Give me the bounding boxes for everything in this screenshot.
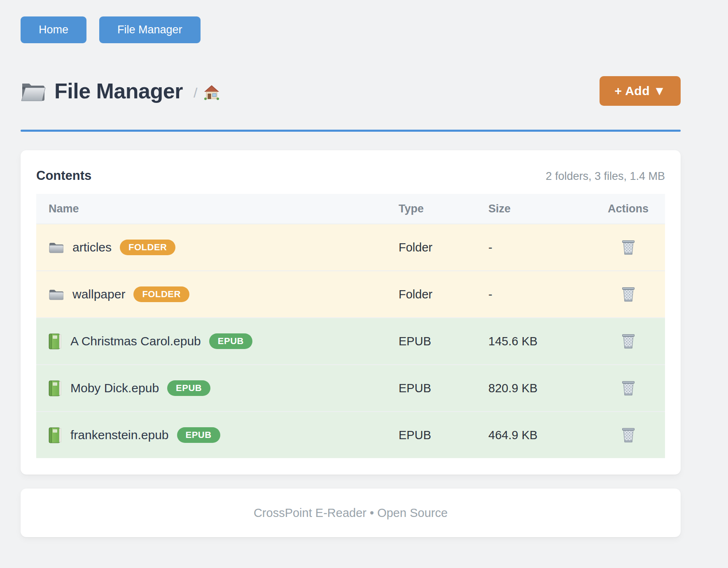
type-cell: EPUB: [399, 428, 488, 442]
contents-summary: 2 folders, 3 files, 1.4 MB: [546, 170, 665, 183]
header-divider: [21, 130, 681, 132]
trash-icon: [621, 333, 636, 350]
book-icon: [49, 333, 61, 349]
top-nav: Home File Manager: [21, 16, 681, 43]
page-header: File Manager / + Add ▼: [21, 76, 681, 106]
row-badge: FOLDER: [120, 240, 175, 255]
table-row: wallpaper FOLDER Folder -: [36, 270, 665, 317]
name-cell: A Christmas Carol.epub EPUB: [36, 333, 399, 349]
actions-cell: [591, 425, 665, 445]
file-name-link[interactable]: frankenstein.epub: [70, 428, 169, 442]
column-header-type: Type: [399, 203, 488, 215]
trash-icon: [621, 239, 636, 256]
file-name-link[interactable]: wallpaper: [72, 287, 125, 301]
footer: CrossPoint E-Reader • Open Source: [21, 489, 681, 537]
name-cell: frankenstein.epub EPUB: [36, 427, 399, 443]
column-header-name: Name: [36, 203, 399, 215]
actions-cell: [591, 237, 665, 258]
file-name-link[interactable]: Moby Dick.epub: [70, 381, 159, 395]
delete-button[interactable]: [619, 284, 637, 305]
type-cell: Folder: [399, 241, 488, 254]
table-row: articles FOLDER Folder -: [36, 223, 665, 270]
type-cell: EPUB: [399, 335, 488, 348]
delete-button[interactable]: [619, 425, 637, 445]
contents-card-header: Contents 2 folders, 3 files, 1.4 MB: [36, 168, 665, 183]
page-title: File Manager: [54, 79, 183, 103]
size-cell: 820.9 KB: [488, 382, 591, 395]
size-cell: 145.6 KB: [488, 335, 591, 348]
file-name-link[interactable]: articles: [72, 240, 112, 254]
column-header-size: Size: [488, 203, 591, 215]
page: Home File Manager File Manager / + Add ▼: [21, 0, 681, 537]
row-badge: FOLDER: [133, 286, 189, 302]
trash-icon: [621, 286, 636, 303]
delete-button[interactable]: [619, 378, 637, 398]
home-breadcrumb-icon[interactable]: [204, 85, 219, 100]
size-cell: 464.9 KB: [488, 428, 591, 442]
actions-cell: [591, 378, 665, 398]
name-cell: Moby Dick.epub EPUB: [36, 380, 399, 396]
folder-icon: [49, 242, 63, 254]
home-button[interactable]: Home: [21, 16, 86, 43]
book-icon: [49, 427, 61, 443]
row-badge: EPUB: [209, 333, 252, 349]
table-row: Moby Dick.epub EPUB EPUB 820.9 KB: [36, 364, 665, 411]
contents-heading: Contents: [36, 168, 91, 183]
file-name-link[interactable]: A Christmas Carol.epub: [70, 334, 201, 348]
add-button[interactable]: + Add ▼: [600, 76, 681, 106]
name-cell: articles FOLDER: [36, 240, 399, 255]
breadcrumb-separator: /: [194, 85, 197, 101]
file-table: Name Type Size Actions articles FOLDER F…: [36, 194, 665, 458]
size-cell: -: [488, 241, 591, 254]
file-manager-button[interactable]: File Manager: [99, 16, 201, 43]
type-cell: EPUB: [399, 382, 488, 395]
table-body: articles FOLDER Folder -: [36, 223, 665, 458]
type-cell: Folder: [399, 288, 488, 301]
row-badge: EPUB: [167, 380, 210, 396]
title-group: File Manager /: [21, 79, 219, 103]
contents-card: Contents 2 folders, 3 files, 1.4 MB Name…: [21, 150, 681, 475]
name-cell: wallpaper FOLDER: [36, 286, 399, 302]
column-header-actions: Actions: [591, 203, 665, 215]
footer-text: CrossPoint E-Reader • Open Source: [254, 506, 448, 520]
table-header-row: Name Type Size Actions: [36, 194, 665, 223]
row-badge: EPUB: [177, 427, 220, 443]
table-row: A Christmas Carol.epub EPUB EPUB 145.6 K…: [36, 317, 665, 364]
table-row: frankenstein.epub EPUB EPUB 464.9 KB: [36, 411, 665, 458]
size-cell: -: [488, 288, 591, 301]
folder-icon: [21, 79, 46, 102]
delete-button[interactable]: [619, 237, 637, 258]
folder-icon: [49, 289, 63, 300]
delete-button[interactable]: [619, 331, 637, 352]
trash-icon: [621, 427, 636, 444]
trash-icon: [621, 380, 636, 397]
book-icon: [49, 380, 61, 396]
actions-cell: [591, 331, 665, 352]
actions-cell: [591, 284, 665, 305]
